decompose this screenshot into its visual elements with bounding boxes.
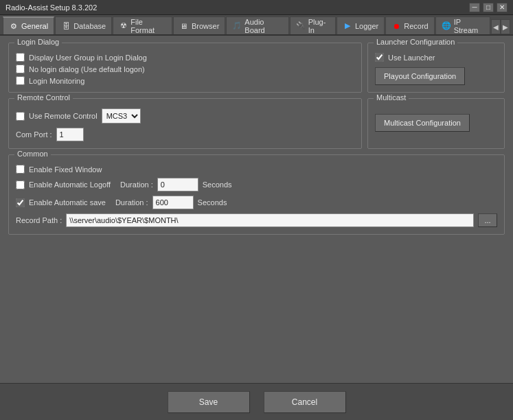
logger-icon: ▶ xyxy=(343,21,352,31)
auto-logoff-duration-input[interactable] xyxy=(157,178,198,191)
auto-logoff-label: Enable Automatic Logoff xyxy=(29,180,111,189)
main-content: Login Dialog Display User Group in Login… xyxy=(0,36,513,383)
remote-control-title: Remote Control xyxy=(14,93,73,102)
tab-plug-in[interactable]: 🔌 Plug-In xyxy=(290,16,336,34)
tab-scroll-controls: ◀ ▶ xyxy=(491,19,510,34)
com-port-input[interactable] xyxy=(56,128,84,141)
audio-icon: 🎵 xyxy=(232,21,242,31)
com-port-row: Com Port : xyxy=(16,128,354,141)
close-button[interactable]: ✕ xyxy=(497,3,508,12)
common-content: Enable Fixed Window Enable Automatic Log… xyxy=(16,165,497,227)
display-user-group-label: Display User Group in Login Dialog xyxy=(29,54,147,62)
multicast-title: Multicast xyxy=(374,93,409,102)
auto-logoff-seconds: Seconds xyxy=(203,180,232,189)
titlebar: Radio-Assist Setup 8.3.202 ─ □ ✕ xyxy=(0,0,513,15)
record-path-row: Record Path : ... xyxy=(16,213,497,227)
browse-button[interactable]: ... xyxy=(478,213,497,227)
file-icon: ☢ xyxy=(119,21,128,31)
tab-record[interactable]: ⏺ Record xyxy=(385,16,434,34)
multicast-content: Multicast Configuration xyxy=(375,114,497,132)
record-path-input[interactable] xyxy=(66,213,474,227)
login-dialog-title: Login Dialog xyxy=(14,38,62,46)
record-path-label: Record Path : xyxy=(16,216,62,224)
auto-save-checkbox[interactable] xyxy=(16,198,25,207)
plugin-icon: 🔌 xyxy=(296,21,306,31)
auto-save-duration-input[interactable] xyxy=(152,196,194,209)
browser-icon: 🖥 xyxy=(179,21,189,31)
tab-audio-board[interactable]: 🎵 Audio Board xyxy=(226,16,288,34)
auto-save-duration-label: Duration : xyxy=(115,198,148,207)
use-remote-label: Use Remote Control xyxy=(29,112,98,120)
remote-control-group: Remote Control Use Remote Control MCS3 M… xyxy=(8,98,362,149)
playout-config-button[interactable]: Playout Configuration xyxy=(375,67,465,85)
tab-general[interactable]: ⚙ General xyxy=(3,16,54,34)
stream-icon: 🌐 xyxy=(442,21,451,31)
gear-icon: ⚙ xyxy=(9,21,19,31)
bottom-bar: Save Cancel xyxy=(0,383,513,420)
tab-scroll-left[interactable]: ◀ xyxy=(491,19,501,34)
use-launcher-row: Use Launcher xyxy=(375,53,435,62)
fixed-window-label: Enable Fixed Window xyxy=(29,165,102,174)
tab-browser[interactable]: 🖥 Browser xyxy=(173,16,225,34)
auto-logoff-duration-label: Duration : xyxy=(120,180,153,189)
launcher-content: Use Launcher Playout Configuration xyxy=(375,53,497,85)
use-launcher-label: Use Launcher xyxy=(388,54,435,62)
login-monitoring-row: Login Monitoring xyxy=(16,76,354,85)
fixed-window-row: Enable Fixed Window xyxy=(16,165,497,174)
auto-logoff-row: Enable Automatic Logoff Duration : Secon… xyxy=(16,178,497,191)
remote-control-content: Use Remote Control MCS3 MCS2 MCS1 Com Po… xyxy=(16,108,354,141)
display-user-group-checkbox[interactable] xyxy=(16,53,25,62)
login-dialog-group: Login Dialog Display User Group in Login… xyxy=(8,43,362,93)
tab-file-format[interactable]: ☢ File Format xyxy=(113,16,172,34)
multicast-config-button[interactable]: Multicast Configuration xyxy=(375,114,470,132)
login-dialog-content: Display User Group in Login Dialog No lo… xyxy=(16,53,354,85)
maximize-button[interactable]: □ xyxy=(483,3,494,12)
auto-save-seconds: Seconds xyxy=(198,198,227,207)
tab-scroll-right[interactable]: ▶ xyxy=(501,19,510,34)
auto-save-row: Enable Automatic save Duration : Seconds xyxy=(16,196,497,209)
common-group: Common Enable Fixed Window Enable Automa… xyxy=(8,154,505,235)
save-button[interactable]: Save xyxy=(168,391,250,413)
no-login-dialog-label: No login dialog (Use default logon) xyxy=(29,65,145,73)
auto-logoff-checkbox[interactable] xyxy=(16,180,25,189)
minimize-button[interactable]: ─ xyxy=(469,3,480,12)
use-launcher-checkbox[interactable] xyxy=(375,53,384,62)
auto-save-label: Enable Automatic save xyxy=(29,198,106,207)
app-title: Radio-Assist Setup 8.3.202 xyxy=(5,3,97,12)
display-user-group-row: Display User Group in Login Dialog xyxy=(16,53,354,62)
use-remote-checkbox[interactable] xyxy=(16,112,25,121)
row-1: Login Dialog Display User Group in Login… xyxy=(8,43,505,93)
row-2: Remote Control Use Remote Control MCS3 M… xyxy=(8,98,505,149)
tab-logger[interactable]: ▶ Logger xyxy=(337,16,385,34)
common-title: Common xyxy=(14,150,51,158)
database-icon: 🗄 xyxy=(61,21,71,31)
no-login-dialog-checkbox[interactable] xyxy=(16,65,25,73)
remote-control-dropdown[interactable]: MCS3 MCS2 MCS1 xyxy=(102,108,141,124)
no-login-dialog-row: No login dialog (Use default logon) xyxy=(16,65,354,73)
tab-ip-stream[interactable]: 🌐 IP Stream xyxy=(435,16,490,34)
fixed-window-checkbox[interactable] xyxy=(16,165,25,174)
multicast-group: Multicast Multicast Configuration xyxy=(367,98,505,149)
com-port-label: Com Port : xyxy=(16,130,52,139)
row-3: Common Enable Fixed Window Enable Automa… xyxy=(8,154,505,235)
launcher-group: Launcher Configuration Use Launcher Play… xyxy=(367,43,505,93)
login-monitoring-checkbox[interactable] xyxy=(16,76,25,85)
window-controls: ─ □ ✕ xyxy=(469,3,508,12)
cancel-button[interactable]: Cancel xyxy=(264,391,346,413)
login-monitoring-label: Login Monitoring xyxy=(29,77,84,85)
tab-bar: ⚙ General 🗄 Database ☢ File Format 🖥 Bro… xyxy=(0,15,513,36)
record-icon: ⏺ xyxy=(391,21,401,31)
launcher-title: Launcher Configuration xyxy=(374,38,457,46)
tab-database[interactable]: 🗄 Database xyxy=(55,16,112,34)
use-remote-row: Use Remote Control MCS3 MCS2 MCS1 xyxy=(16,108,354,124)
